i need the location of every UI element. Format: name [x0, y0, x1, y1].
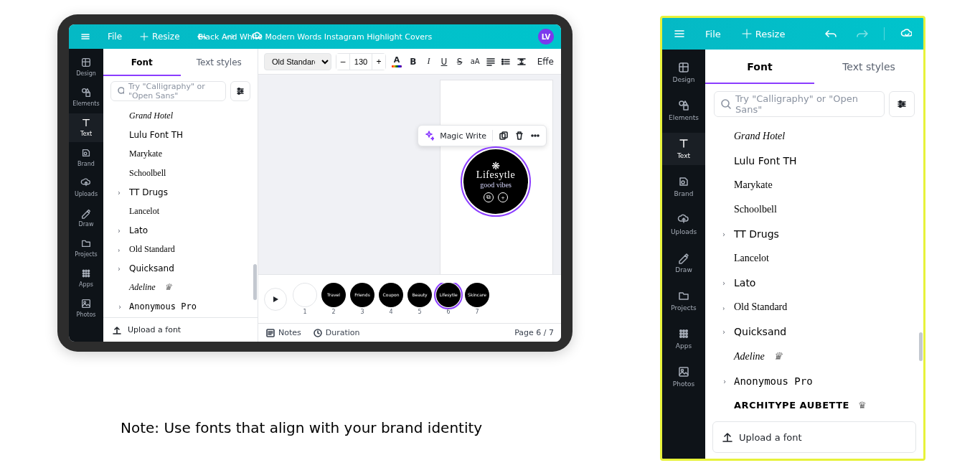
menu-button[interactable]	[669, 26, 689, 42]
font-option[interactable]: Lulu Font TH	[103, 126, 258, 144]
font-option[interactable]: Schoolbell	[705, 197, 923, 222]
undo-button[interactable]	[821, 26, 841, 42]
italic-button[interactable]: I	[423, 54, 435, 70]
font-option[interactable]: ARCHITYPE AUBETTE♛	[705, 393, 923, 417]
font-option[interactable]: ›Quicksand	[705, 319, 923, 344]
filter-button[interactable]	[889, 91, 915, 117]
page-thumb-5[interactable]: Beauty5	[407, 283, 432, 315]
effects-button[interactable]: Effe	[536, 54, 555, 70]
font-list[interactable]: Grand HotelLulu Font THMarykateSchoolbel…	[705, 124, 923, 421]
trash-icon[interactable]	[514, 131, 524, 141]
spacing-button[interactable]	[516, 54, 527, 70]
page-thumb-1[interactable]: 1	[293, 283, 317, 315]
font-option[interactable]: Lancelot	[705, 246, 923, 271]
tab-font[interactable]: Font	[103, 49, 181, 76]
cloud-status[interactable]	[896, 26, 916, 42]
font-option[interactable]: ›Anonymous Pro	[705, 369, 923, 393]
redo-button[interactable]	[852, 26, 872, 42]
font-option[interactable]: Marykate	[103, 144, 258, 164]
resize-button[interactable]: Resize	[737, 26, 790, 42]
font-option[interactable]: Marykate	[705, 173, 923, 197]
rail-draw[interactable]: Draw	[69, 204, 103, 233]
tab-text-styles[interactable]: Text styles	[181, 49, 258, 76]
font-option[interactable]: ›Lato	[705, 271, 923, 295]
font-list[interactable]: Grand HotelLulu Font THMarykateSchoolbel…	[103, 106, 258, 317]
tab-font[interactable]: Font	[705, 50, 814, 84]
font-option[interactable]: ›Lato	[103, 221, 258, 240]
play-button[interactable]	[264, 288, 287, 311]
font-option[interactable]: ›TT Drugs	[705, 222, 923, 246]
rail-projects[interactable]: Projects	[662, 285, 705, 317]
rail-text[interactable]: Text	[662, 133, 705, 165]
decrease-size[interactable]: –	[336, 54, 349, 70]
rail-elements[interactable]: Elements	[69, 83, 103, 112]
font-option[interactable]: Schoolbell	[103, 164, 258, 183]
rail-brand[interactable]: Brand	[662, 171, 705, 203]
tab-text-styles[interactable]: Text styles	[814, 50, 923, 84]
rail-uploads[interactable]: Uploads	[69, 174, 103, 202]
font-option[interactable]: ›Old Standard	[705, 295, 923, 319]
font-option[interactable]: architype bayer-type♛	[705, 417, 923, 421]
font-option[interactable]: Grand Hotel	[103, 106, 258, 126]
font-option[interactable]: Adeline♛	[705, 344, 923, 369]
duration-button[interactable]: Duration	[313, 328, 360, 338]
page-thumb-3[interactable]: Friends3	[350, 283, 374, 315]
upload-font-button[interactable]: Upload a font	[103, 317, 258, 342]
rail-brand[interactable]: Brand	[69, 144, 103, 172]
rail-apps[interactable]: Apps	[69, 264, 103, 293]
more-icon[interactable]	[530, 131, 540, 141]
page-thumb-6[interactable]: Lifesytle6	[436, 283, 461, 315]
font-option[interactable]: Adeline♛	[103, 278, 258, 297]
notes-button[interactable]: Notes	[265, 328, 301, 338]
increase-size[interactable]: +	[372, 54, 385, 70]
font-option[interactable]: ›Quicksand	[103, 259, 258, 278]
rail-design[interactable]: Design	[69, 53, 103, 82]
strikethrough-button[interactable]: S	[454, 54, 466, 70]
font-option[interactable]: ARCHITYPE AUBETTE♛	[103, 316, 258, 317]
duplicate-icon[interactable]	[499, 131, 509, 141]
menu-button[interactable]	[76, 29, 95, 44]
filter-button[interactable]	[230, 81, 250, 101]
resize-button[interactable]: Resize	[135, 29, 184, 44]
selected-highlight-cover[interactable]: ❋ Lifesytle good vibes ⧉＋	[463, 149, 528, 214]
case-button[interactable]: aA	[469, 54, 481, 70]
font-search-input[interactable]: Try "Calligraphy" or "Open Sans"	[714, 91, 885, 117]
font-size-input[interactable]	[349, 54, 372, 70]
rail-text[interactable]: Text	[69, 113, 103, 142]
underline-button[interactable]: U	[438, 54, 450, 70]
magic-write-button[interactable]: Magic Write	[440, 131, 486, 141]
font-option[interactable]: ›TT Drugs	[103, 183, 258, 202]
page-thumb-2[interactable]: Travel2	[321, 283, 346, 315]
file-menu[interactable]: File	[103, 29, 126, 44]
font-option[interactable]: Grand Hotel	[705, 124, 923, 149]
scrollbar-thumb[interactable]	[253, 264, 257, 300]
font-option[interactable]: Lulu Font TH	[705, 149, 923, 173]
scrollbar-thumb[interactable]	[919, 332, 923, 361]
font-family-select[interactable]: Old Standard	[264, 53, 331, 70]
rail-elements[interactable]: Elements	[662, 95, 705, 127]
file-menu[interactable]: File	[701, 27, 725, 42]
duplicate-badge-icon[interactable]: ⧉	[484, 192, 494, 202]
list-button[interactable]	[501, 54, 512, 70]
font-option[interactable]: ›Anonymous Pro	[103, 297, 258, 316]
rail-draw[interactable]: Draw	[662, 247, 705, 279]
align-button[interactable]	[485, 54, 496, 70]
canvas[interactable]: Magic Write ❋ Lifesytle good vibes ⧉＋	[258, 75, 561, 274]
rail-design[interactable]: Design	[662, 57, 705, 89]
page-thumb-4[interactable]: Coupon4	[379, 283, 403, 315]
user-avatar[interactable]: LV	[538, 29, 554, 45]
font-search-input[interactable]: Try "Calligraphy" or "Open Sans"	[110, 81, 226, 101]
font-option[interactable]: ›Old Standard	[103, 240, 258, 259]
font-size-stepper[interactable]: – +	[336, 53, 386, 70]
rail-uploads[interactable]: Uploads	[662, 209, 705, 241]
page-thumb-7[interactable]: Skincare7	[465, 283, 489, 315]
add-badge-icon[interactable]: ＋	[498, 192, 508, 202]
upload-font-button[interactable]: Upload a font	[712, 421, 916, 453]
font-color-button[interactable]: A	[390, 54, 403, 70]
rail-projects[interactable]: Projects	[69, 234, 103, 263]
bold-button[interactable]: B	[407, 54, 419, 70]
font-option[interactable]: Lancelot	[103, 202, 258, 221]
rail-photos[interactable]: Photos	[69, 294, 103, 323]
rail-apps[interactable]: Apps	[662, 323, 705, 355]
rail-photos[interactable]: Photos	[662, 361, 705, 393]
